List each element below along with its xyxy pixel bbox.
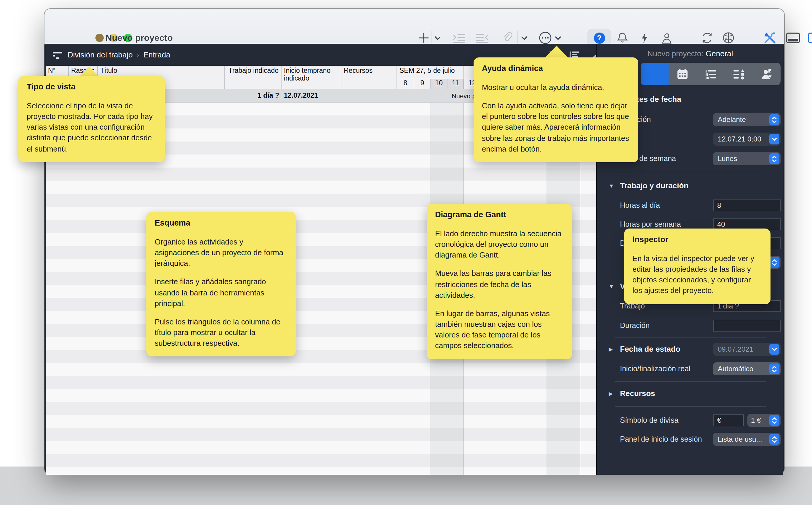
right-panel-icon[interactable] [807,30,812,45]
field-label: Horas al día [620,201,660,209]
tooltip-ayuda-dinamica: Ayuda dinámica Mostrar u ocultar la ayud… [474,57,639,162]
stepper-icon[interactable] [769,363,779,374]
gantt-day-cell-weekend: 10 [430,79,447,89]
stepper-icon[interactable] [769,434,779,445]
titlebar: Nuevo proyecto [44,9,784,44]
close-button[interactable] [95,34,104,42]
tab-calendar[interactable] [669,63,696,85]
disclosure-closed-icon[interactable]: ▶ [609,391,613,397]
fecha-estado-popup[interactable]: 09.07.2021 [713,343,781,356]
panel-sesion-popup[interactable]: Lista de usu... [713,433,781,446]
inicio-semana-popup[interactable]: Lunes [713,152,781,165]
row-fecha-estado: 09.07.2021 [597,343,783,357]
tooltip-title: Inspector [632,235,762,244]
divisa-field[interactable]: € [713,414,744,426]
settings-tools-icon[interactable] [762,30,778,45]
tooltip-body: Pulse los triángulos de la columna de tí… [155,317,287,349]
tab-general[interactable] [641,63,669,85]
row-duracion: Duración [597,319,783,333]
start-date-popup[interactable]: 12.07.21 0:00 [713,133,781,146]
tooltip-body: Organice las actividades y asignaciones … [155,237,287,269]
notifications-icon[interactable] [615,30,630,45]
tooltip-body: En lugar de barras, algunas vistas tambi… [435,309,564,351]
gantt-week-header[interactable]: SEM 27, 5 de julio [397,66,478,79]
popup-value: 12.07.21 0:00 [718,135,761,143]
gantt-day-cell-weekend: 11 [447,79,463,89]
popup-value: Adelante [718,116,746,124]
attachment-chevron-icon[interactable] [516,30,532,45]
tooltip-title: Diagrama de Gantt [435,210,564,219]
stepper-icon[interactable] [769,114,779,125]
chevron-down-icon[interactable] [769,344,779,355]
toolbar-divider [471,31,471,44]
tab-styles[interactable] [724,63,752,85]
indent-icon[interactable] [452,30,467,45]
help-icon: ? [594,32,605,43]
more-actions-chevron-icon[interactable] [550,30,565,45]
cell-trabajo[interactable]: 1 día ? [225,92,279,99]
tab-outline-numbering[interactable] [697,63,724,85]
add-icon[interactable] [416,30,432,45]
window-title: Nuevo proyecto [106,32,173,43]
divider [615,337,766,338]
screen: Nuevo proyecto [0,0,812,505]
toolbar-divider [804,31,804,44]
add-chevron-icon[interactable] [430,30,445,45]
inspector-title-value: General [706,49,733,58]
breadcrumb-separator-icon: › [133,51,143,59]
popup-value: Lista de usu... [718,435,762,444]
tooltip-body: El lado derecho muestra la secuencia cro… [435,228,564,261]
divider [615,381,766,382]
section-title: Recursos [620,389,655,398]
section-title: Trabajo y duración [620,181,688,190]
divisa-rate-popup[interactable]: 1 € [747,414,781,427]
column-header-inicio[interactable]: Inicio temprano indicado [281,66,341,89]
bottom-panel-icon[interactable] [785,30,801,45]
tooltip-title: Ayuda dinámica [482,64,630,73]
sync-icon[interactable] [699,30,715,45]
duracion-field[interactable] [713,320,781,332]
tooltip-esquema: Esquema Organice las actividades y asign… [146,212,296,357]
field-label: Panel de inicio de sesión [620,435,702,444]
inspector-title: Nuevo proyecto: General [597,49,783,58]
actions-bolt-icon[interactable] [636,30,652,45]
field-label: Duración [620,322,650,330]
tooltip-tipo-de-vista: Tipo de vista Seleccione el tipo de la v… [18,76,165,162]
breadcrumb-page[interactable]: Entrada [143,50,170,59]
tab-resources[interactable] [753,63,781,85]
disclosure-open-icon[interactable]: ▼ [609,284,614,290]
stepper-icon[interactable] [769,415,779,426]
tooltip-body: En la vista del inspector puede ver y ed… [632,254,762,296]
row-inicio-finalizacion: Inicio/finalización real Automático [597,362,783,376]
field-label: Símbolo de divisa [620,416,678,425]
chevron-down-icon[interactable] [769,134,779,145]
cell-inicio[interactable]: 12.07.2021 [284,92,318,99]
outdent-icon[interactable] [474,30,489,45]
inicio-finalizacion-popup[interactable]: Automático [713,362,781,375]
section-recursos[interactable]: ▶ Recursos [597,389,783,401]
tooltip-body: Seleccione el tipo de la vista de proyec… [27,101,156,155]
wbs-view-icon[interactable] [51,48,64,61]
attachment-icon[interactable] [500,30,516,45]
inspector-tabbar [641,63,781,85]
divider [615,172,766,172]
resources-person-icon[interactable] [659,30,675,45]
breadcrumb-section[interactable]: División del trabajo [68,50,133,59]
network-icon[interactable] [721,30,736,45]
popup-value: 09.07.2021 [718,345,753,353]
row-panel-sesion: Panel de inicio de sesión Lista de usu..… [597,433,783,447]
section-trabajo-duracion[interactable]: ▼ Trabajo y duración [597,181,783,193]
horas-dia-field[interactable]: 8 [713,199,781,211]
tooltip-diagrama-gantt: Diagrama de Gantt El lado derecho muestr… [427,204,572,359]
stepper-icon[interactable] [769,153,779,164]
column-header-recursos[interactable]: Recursos [341,66,397,89]
stepper-icon[interactable] [769,257,779,268]
tooltip-inspector: Inspector En la vista del inspector pued… [624,228,771,304]
tooltip-body: Con la ayuda activada, solo tiene que de… [482,101,630,155]
disclosure-open-icon[interactable]: ▼ [609,183,614,189]
direccion-popup[interactable]: Adelante [713,113,781,126]
column-header-trabajo[interactable]: Trabajo indicado [225,66,281,89]
tooltip-title: Tipo de vista [27,82,156,91]
dynamic-help-button[interactable]: ? [591,30,607,45]
popup-value: 1 € [751,416,761,425]
